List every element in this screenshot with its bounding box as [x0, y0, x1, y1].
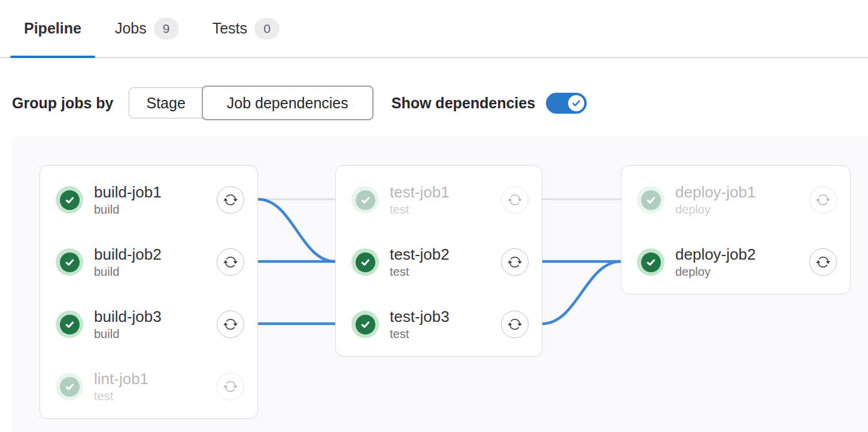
job-stage-label: build: [94, 264, 217, 279]
check-icon: [64, 194, 75, 206]
retry-icon: [508, 255, 522, 269]
job-stage-label: test: [390, 326, 501, 342]
job-row[interactable]: test-job2 test: [336, 231, 542, 293]
retry-button[interactable]: [809, 186, 837, 214]
job-name-link[interactable]: test-job3: [390, 307, 501, 326]
retry-button[interactable]: [501, 186, 529, 214]
job-stage-label: test: [94, 388, 217, 404]
retry-button[interactable]: [809, 248, 837, 276]
toggle-knob: [568, 95, 584, 111]
job-name-link[interactable]: test-job1: [390, 182, 501, 202]
tab-tests-label: Tests: [213, 20, 247, 37]
tests-count-badge: 0: [254, 18, 280, 39]
graph-controls: Group jobs by Stage Job dependencies Sho…: [12, 86, 868, 120]
retry-icon: [508, 193, 522, 207]
status-success-icon: [56, 311, 83, 338]
group-jobs-by-segmented-control: Stage Job dependencies: [129, 86, 373, 120]
check-icon: [571, 98, 581, 108]
job-stage-label: test: [390, 264, 501, 279]
pipeline-graph: build-job1 build build-job2 build: [12, 136, 868, 432]
check-icon: [360, 319, 371, 330]
show-dependencies-toggle[interactable]: [546, 93, 587, 114]
job-stage-label: deploy: [675, 264, 809, 279]
job-row[interactable]: deploy-job1 deploy: [621, 169, 850, 231]
retry-button[interactable]: [501, 311, 529, 338]
dependency-link: [258, 199, 335, 261]
status-success-icon: [56, 373, 83, 400]
tab-pipeline-label: Pipeline: [24, 20, 81, 37]
check-icon: [64, 319, 75, 330]
show-dependencies-label: Show dependencies: [391, 95, 535, 112]
status-success-icon: [351, 311, 379, 338]
job-group-test: test-job1 test test-job2 test: [335, 165, 542, 357]
job-stage-label: deploy: [675, 202, 809, 217]
job-name-link[interactable]: test-job2: [390, 245, 501, 264]
dependency-link: [542, 261, 621, 324]
tab-tests[interactable]: Tests 0: [199, 0, 293, 57]
job-name-link[interactable]: deploy-job2: [675, 245, 809, 264]
tab-jobs-label: Jobs: [115, 20, 147, 37]
retry-icon: [223, 317, 238, 331]
retry-icon: [223, 379, 238, 394]
retry-button[interactable]: [217, 373, 244, 400]
status-success-icon: [56, 248, 83, 276]
pipeline-tab-bar: Pipeline Jobs 9 Tests 0: [0, 0, 868, 58]
job-stage-label: build: [94, 202, 217, 217]
retry-button[interactable]: [217, 186, 244, 214]
status-success-icon: [351, 248, 379, 276]
job-group-deploy: deploy-job1 deploy deploy-job2 deploy: [621, 165, 851, 294]
segment-stage-button[interactable]: Stage: [129, 87, 202, 118]
check-icon: [645, 194, 657, 206]
check-icon: [360, 194, 371, 206]
status-success-icon: [637, 186, 664, 214]
job-stage-label: build: [94, 326, 217, 342]
jobs-count-badge: 9: [154, 18, 179, 39]
job-row[interactable]: test-job1 test: [336, 169, 542, 231]
retry-icon: [223, 255, 238, 269]
job-row[interactable]: build-job2 build: [40, 231, 257, 293]
job-row[interactable]: lint-job1 test: [40, 355, 257, 418]
job-row[interactable]: test-job3 test: [336, 293, 542, 355]
group-jobs-by-label: Group jobs by: [12, 95, 113, 112]
job-group-build: build-job1 build build-job2 build: [40, 165, 258, 419]
job-name-link[interactable]: build-job1: [94, 182, 217, 202]
check-icon: [64, 257, 75, 268]
status-success-icon: [637, 248, 664, 276]
retry-button[interactable]: [217, 248, 244, 276]
tab-pipeline[interactable]: Pipeline: [10, 0, 95, 57]
retry-icon: [508, 317, 522, 331]
retry-icon: [223, 193, 238, 207]
job-row[interactable]: build-job1 build: [40, 169, 257, 231]
status-success-icon: [351, 186, 379, 214]
check-icon: [360, 257, 371, 268]
tab-jobs[interactable]: Jobs 9: [101, 0, 193, 57]
check-icon: [64, 381, 75, 393]
retry-icon: [816, 255, 830, 269]
status-success-icon: [56, 186, 83, 214]
job-name-link[interactable]: lint-job1: [94, 369, 217, 388]
job-name-link[interactable]: deploy-job1: [675, 182, 809, 202]
job-name-link[interactable]: build-job3: [94, 307, 217, 326]
job-stage-label: test: [390, 202, 501, 217]
retry-button[interactable]: [217, 311, 244, 338]
segment-job-dependencies-button[interactable]: Job dependencies: [202, 86, 374, 120]
job-name-link[interactable]: build-job2: [94, 245, 217, 264]
job-row[interactable]: build-job3 build: [40, 293, 257, 355]
retry-button[interactable]: [501, 248, 529, 276]
active-tab-indicator: [10, 56, 95, 58]
job-row[interactable]: deploy-job2 deploy: [621, 231, 850, 293]
check-icon: [645, 257, 657, 268]
retry-icon: [816, 193, 830, 207]
